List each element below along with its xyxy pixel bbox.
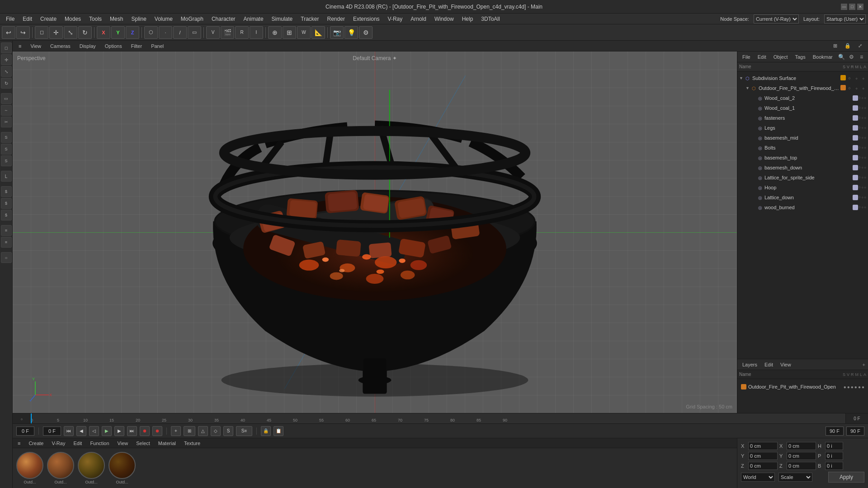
tree-color-0[interactable] [853, 95, 858, 101]
left-spline-btn[interactable]: ～ [1, 105, 12, 116]
menu-tracker[interactable]: Tracker [297, 15, 322, 23]
om-tags[interactable]: Tags [793, 53, 808, 61]
transport-motion-5[interactable]: S [223, 426, 233, 436]
minimize-button[interactable]: — [841, 4, 847, 10]
layer-a-icon[interactable]: ● [862, 385, 864, 389]
layout-select[interactable]: Startup (User) [824, 14, 866, 23]
layers-view[interactable]: View [778, 361, 793, 368]
toolbar-render[interactable]: 🎬 [221, 26, 234, 39]
material-swatch-2[interactable] [47, 452, 74, 479]
tree-d2-4[interactable]: ⬦ [864, 135, 866, 141]
tree-d2-10[interactable]: ⬦ [864, 195, 866, 200]
tree-color-3[interactable] [853, 125, 858, 131]
transport-motion-6[interactable]: S≡ [236, 426, 252, 436]
tree-d1-10[interactable]: ⬦ [861, 195, 863, 200]
tree-firepit-d2[interactable]: ⬦ [860, 85, 866, 91]
mat-create[interactable]: Create [26, 440, 46, 447]
mat-vray[interactable]: V-Ray [49, 440, 67, 447]
toolbar-grid[interactable]: ⊞ [283, 26, 296, 39]
toolbar-rotate[interactable]: ↻ [78, 26, 92, 39]
menu-help[interactable]: Help [458, 15, 477, 23]
tree-v-11[interactable]: ○ [859, 205, 861, 210]
tree-d1-4[interactable]: ⬦ [861, 135, 863, 141]
left-layers-btn[interactable]: ≡ [1, 225, 12, 236]
coord-y1-input[interactable] [748, 452, 778, 460]
frame-start-input[interactable] [16, 427, 34, 436]
transport-motion-1[interactable]: + [171, 426, 181, 436]
toolbar-edge-mode[interactable]: / [173, 26, 187, 39]
menu-extensions[interactable]: Extensions [349, 15, 383, 23]
coord-z1-input[interactable] [748, 462, 778, 470]
tree-d1-8[interactable]: ⬦ [861, 175, 863, 180]
layers-edit[interactable]: Edit [762, 361, 775, 368]
timeline-collapse-btn[interactable]: ⬦ [20, 416, 23, 421]
menu-file[interactable]: File [2, 15, 18, 23]
material-swatch-1[interactable] [16, 452, 43, 479]
tree-item-hoop[interactable]: ◎ Hoop ○ ⬦ ⬦ [737, 183, 868, 192]
mat-function[interactable]: Function [88, 440, 111, 447]
viewport-menu-view[interactable]: View [28, 42, 43, 50]
coord-b-input[interactable] [825, 462, 843, 470]
left-paint-btn[interactable]: S [1, 132, 12, 143]
om-filter-icon[interactable]: ≡ [858, 53, 866, 61]
tree-d1-11[interactable]: ⬦ [861, 205, 863, 210]
tree-d1-2[interactable]: ⬦ [861, 115, 863, 121]
layer-l-icon[interactable]: ● [858, 385, 861, 389]
tree-color-1[interactable] [853, 105, 858, 111]
tree-d1-3[interactable]: ⬦ [861, 125, 863, 131]
tree-color-4[interactable] [853, 135, 858, 141]
tree-v-0[interactable]: ○ [859, 95, 861, 101]
coord-p-input[interactable] [825, 452, 843, 460]
menu-volume[interactable]: Volume [151, 15, 176, 23]
toolbar-z-axis[interactable]: Z [126, 26, 139, 39]
tree-item-basemesh-down[interactable]: ◎ basemesh_down ○ ⬦ ⬦ [737, 163, 868, 173]
toolbar-object-mode[interactable]: ⬡ [144, 26, 158, 39]
tree-v-10[interactable]: ○ [859, 195, 861, 200]
toolbar-x-axis[interactable]: X [97, 26, 110, 39]
main-viewport[interactable]: Perspective Default Camera ✦ [13, 52, 737, 413]
menu-window[interactable]: Window [431, 15, 458, 23]
tree-item-basemesh-top[interactable]: ◎ basemesh_top ○ ⬦ ⬦ [737, 153, 868, 163]
tree-item-wood-burned[interactable]: ◎ wood_burned ○ ⬦ ⬦ [737, 202, 868, 212]
coord-scale-dropdown[interactable]: Scale Position Rotation [778, 473, 812, 482]
tree-color-8[interactable] [853, 175, 858, 180]
toolbar-vray[interactable]: V [206, 26, 220, 39]
toolbar-render-region[interactable]: R [235, 26, 249, 39]
mat-material[interactable]: Material [156, 440, 178, 447]
layer-item-firepit[interactable]: Outdoor_Fire_Pit_with_Firewood_Open ● ● … [741, 382, 864, 392]
tree-d2-1[interactable]: ⬦ [864, 105, 866, 111]
coord-x1-input[interactable] [748, 442, 778, 450]
viewport-expand-icon[interactable]: ⤢ [856, 42, 864, 50]
menu-character[interactable]: Character [208, 15, 239, 23]
tree-v-7[interactable]: ○ [859, 165, 861, 170]
tree-d2-7[interactable]: ⬦ [864, 165, 866, 170]
transport-auto-key[interactable]: ⏺ [152, 426, 162, 436]
om-search-icon[interactable]: 🔍 [838, 53, 846, 61]
tree-d1-5[interactable]: ⬦ [861, 145, 863, 150]
tree-v-1[interactable]: ○ [859, 105, 861, 111]
menu-create[interactable]: Create [37, 15, 60, 23]
tree-firepit-color[interactable] [840, 85, 846, 90]
tree-item-wood-coal-1[interactable]: ◎ Wood_coal_1 ○ ⬦ ⬦ [737, 103, 868, 113]
transport-record[interactable]: ⏺ [140, 426, 150, 436]
toolbar-ipr[interactable]: I [250, 26, 263, 39]
viewport-menu-filter[interactable]: Filter [129, 42, 144, 50]
menu-modes[interactable]: Modes [61, 15, 85, 23]
node-space-select[interactable]: Current (V-Ray) [754, 14, 799, 23]
toolbar-snap[interactable]: ⊕ [268, 26, 282, 39]
menu-simulate[interactable]: Simulate [268, 15, 297, 23]
menu-arnold[interactable]: Arnold [407, 15, 430, 23]
mat-select[interactable]: Select [134, 440, 152, 447]
transport-mode-1[interactable]: 🔒 [261, 426, 271, 436]
tree-v-4[interactable]: ○ [859, 135, 861, 141]
menu-3dtoall[interactable]: 3DToAll [477, 15, 503, 23]
left-move-btn[interactable]: ✛ [1, 54, 12, 65]
menu-spline[interactable]: Spline [127, 15, 150, 23]
tree-v-9[interactable]: ○ [859, 185, 861, 190]
tree-d2-8[interactable]: ⬦ [864, 175, 866, 180]
viewport-menu-options[interactable]: Options [103, 42, 124, 50]
tree-color-7[interactable] [853, 165, 858, 170]
apply-button[interactable]: Apply [828, 472, 864, 483]
layer-r-icon[interactable]: ● [851, 385, 854, 389]
viewport-menu-panel[interactable]: Panel [149, 42, 166, 50]
